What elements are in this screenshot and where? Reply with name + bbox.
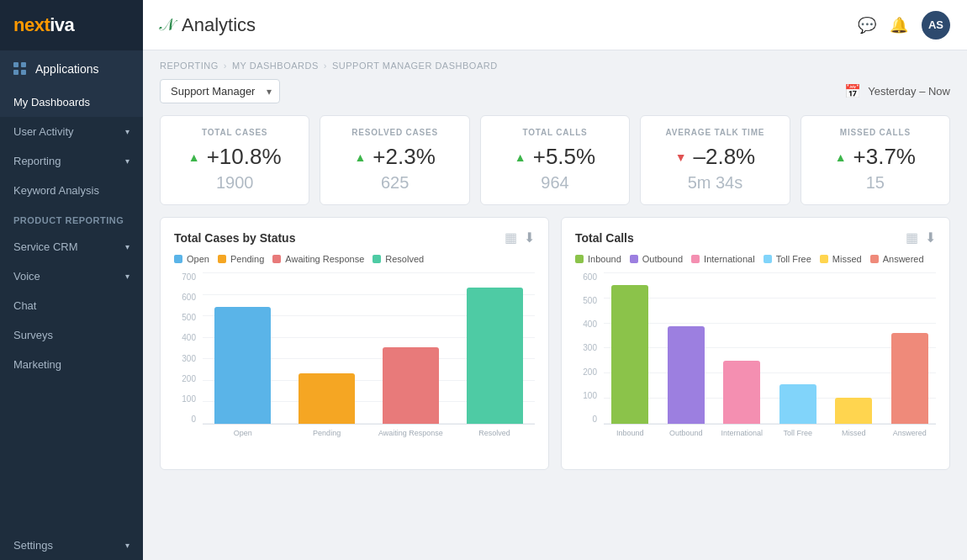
sidebar-item-label: My Dashboards <box>13 96 90 108</box>
legend-label: Awaiting Response <box>285 254 364 264</box>
kpi-percent: +10.8% <box>207 144 282 170</box>
chart-title: Total Cases by Status <box>174 231 295 245</box>
bar[interactable] <box>723 361 760 424</box>
main-content: 𝒩 Analytics 💬 🔔 AS REPORTING › MY DASHBO… <box>143 0 967 560</box>
bars-container <box>203 272 535 424</box>
controls-row: Support Manager 📅 Yesterday – Now <box>160 79 950 103</box>
chart2-legend: InboundOutboundInternationalToll FreeMis… <box>575 254 936 264</box>
legend-dot <box>630 255 638 263</box>
sidebar-item-reporting[interactable]: Reporting ▾ <box>0 146 143 176</box>
download-button[interactable]: ⬇ <box>925 230 936 246</box>
breadcrumb: REPORTING › MY DASHBOARDS › SUPPORT MANA… <box>160 61 950 71</box>
legend-label: Missed <box>832 254 862 264</box>
sidebar-item-keyword-analysis[interactable]: Keyword Analysis <box>0 176 143 205</box>
legend-dot <box>174 255 182 263</box>
settings-label: Settings <box>13 539 53 552</box>
kpi-value: 5m 34s <box>688 173 743 193</box>
legend-dot <box>218 255 226 263</box>
bar[interactable] <box>891 333 928 424</box>
sidebar-item-surveys[interactable]: Surveys <box>0 320 143 350</box>
kpi-card-total-cases: TOTAL CASES ▲ +10.8% 1900 <box>160 115 309 205</box>
sidebar-item-label: Marketing <box>13 358 61 371</box>
sidebar-item-label: Applications <box>35 62 99 76</box>
x-axis-line <box>203 424 535 425</box>
bar-column <box>827 398 880 424</box>
x-label: Pending <box>287 429 367 437</box>
legend-label: Answered <box>883 254 924 264</box>
y-label: 0 <box>174 415 199 424</box>
bar[interactable] <box>214 307 271 424</box>
bar[interactable] <box>383 347 439 424</box>
chart1-bars: 7006005004003002001000OpenPendingAwaitin… <box>174 272 535 457</box>
bar-column <box>371 347 452 424</box>
chat-button[interactable]: 💬 <box>858 16 876 34</box>
date-range[interactable]: 📅 Yesterday – Now <box>844 83 950 99</box>
bar-chart-icon: ▦ <box>906 230 918 246</box>
legend-dot <box>764 255 772 263</box>
sidebar-item-my-dashboards[interactable]: My Dashboards <box>0 87 143 117</box>
bar[interactable] <box>467 288 523 424</box>
kpi-value: 625 <box>381 173 409 193</box>
kpi-card-resolved-cases: RESOLVED CASES ▲ +2.3% 625 <box>320 115 469 205</box>
chart-header: Total Calls ▦ ⬇ <box>575 230 936 246</box>
bar[interactable] <box>835 398 872 424</box>
chevron-icon: ▾ <box>125 272 129 281</box>
notifications-button[interactable]: 🔔 <box>890 16 908 34</box>
bar-column <box>287 373 367 424</box>
sidebar-item-label: Surveys <box>13 329 53 341</box>
sidebar-section-product-reporting: PRODUCT REPORTING <box>0 209 143 232</box>
page-title: Analytics <box>182 14 858 36</box>
legend-label: Toll Free <box>776 254 811 264</box>
y-label: 100 <box>575 391 600 400</box>
chart-header: Total Cases by Status ▦ ⬇ <box>174 230 535 246</box>
kpi-arrow: ▲ <box>188 151 200 164</box>
chevron-icon: ▾ <box>125 541 129 550</box>
kpi-value-row: ▲ +10.8% <box>188 144 282 170</box>
kpi-label: TOTAL CASES <box>202 128 267 137</box>
sidebar-settings[interactable]: Settings ▾ <box>0 531 143 560</box>
legend-item: Outbound <box>630 254 683 264</box>
chart-total-cases: Total Cases by Status ▦ ⬇ OpenPendingAwa… <box>160 217 549 470</box>
y-label: 300 <box>174 354 199 363</box>
y-axis: 6005004003002001000 <box>575 272 600 424</box>
bar[interactable] <box>611 285 648 424</box>
legend-label: Pending <box>230 254 264 264</box>
kpi-arrow: ▲ <box>835 151 847 164</box>
x-labels: InboundOutboundInternationalToll FreeMis… <box>604 429 936 437</box>
x-labels: OpenPendingAwaiting ResponseResolved <box>203 429 535 437</box>
bar[interactable] <box>668 326 705 424</box>
legend-item: Open <box>174 254 209 264</box>
dashboard-select[interactable]: Support Manager <box>160 79 280 103</box>
sidebar-item-user-activity[interactable]: User Activity ▾ <box>0 117 143 146</box>
sidebar-item-applications[interactable]: Applications <box>0 50 143 87</box>
chevron-icon: ▾ <box>125 242 129 251</box>
x-label: International <box>716 429 769 437</box>
sidebar-item-marketing[interactable]: Marketing <box>0 350 143 379</box>
download-button[interactable]: ⬇ <box>524 230 535 246</box>
legend-item: Missed <box>820 254 862 264</box>
bar[interactable] <box>299 373 355 424</box>
y-label: 500 <box>174 313 199 322</box>
sidebar-item-service-crm[interactable]: Service CRM ▾ <box>0 232 143 262</box>
sidebar-item-voice[interactable]: Voice ▾ <box>0 262 143 291</box>
legend-item: Inbound <box>575 254 621 264</box>
sidebar-item-label: Chat <box>13 299 36 312</box>
kpi-value-row: ▼ –2.8% <box>675 144 756 170</box>
x-label: Resolved <box>454 429 535 437</box>
user-avatar[interactable]: AS <box>922 11 950 40</box>
x-label: Open <box>203 429 283 437</box>
sidebar: nextiva Applications My Dashboards User … <box>0 0 143 560</box>
bar[interactable] <box>779 384 816 424</box>
legend-label: International <box>704 254 755 264</box>
sidebar-item-chat[interactable]: Chat <box>0 291 143 320</box>
x-label: Missed <box>827 429 880 437</box>
chart-title: Total Calls <box>575 231 634 245</box>
bar-column <box>716 361 769 424</box>
legend-dot <box>691 255 700 263</box>
legend-label: Open <box>187 254 209 264</box>
legend-dot <box>272 255 281 263</box>
bar-column <box>884 333 937 424</box>
kpi-card-missed-calls: MISSED CALLS ▲ +3.7% 15 <box>801 115 950 205</box>
chart1-legend: OpenPendingAwaiting ResponseResolved <box>174 254 535 264</box>
logo-text: nextiva <box>13 14 74 36</box>
